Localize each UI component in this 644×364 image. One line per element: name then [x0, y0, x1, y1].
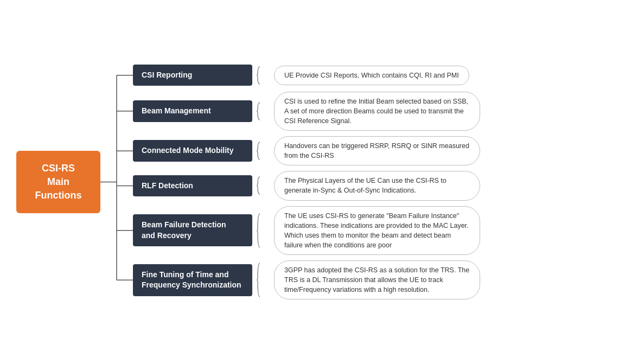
central-node: CSI-RS Main Functions — [16, 151, 100, 214]
brace-beam-management — [253, 100, 273, 122]
brace-rlf-detection — [253, 175, 273, 196]
central-line2: Main Functions — [35, 176, 82, 201]
item-row-fine-tuning: Fine Tuning of Time andFrequency Synchro… — [133, 260, 644, 299]
diagram-container: CSI-RS Main Functions CSI Reporting UE P… — [0, 0, 644, 364]
brace-connected-mode-mobility — [253, 140, 273, 162]
item-label-fine-tuning: Fine Tuning of Time andFrequency Synchro… — [133, 264, 252, 296]
item-label-beam-failure: Beam Failure Detectionand Recovery — [133, 214, 252, 246]
item-desc-beam-failure: The UE uses CSI-RS to generate "Beam Fai… — [274, 206, 480, 256]
item-row-connected-mode-mobility: Connected Mode Mobility Handovers can be… — [133, 136, 644, 165]
brace-csi-reporting — [253, 65, 273, 86]
item-label-csi-reporting: CSI Reporting — [133, 65, 252, 86]
central-line1: CSI-RS — [42, 163, 75, 174]
item-row-rlf-detection: RLF Detection The Physical Layers of the… — [133, 171, 644, 200]
brace-beam-failure — [253, 212, 273, 250]
item-row-csi-reporting: CSI Reporting UE Provide CSI Reports, Wh… — [133, 65, 644, 86]
item-desc-connected-mode-mobility: Handovers can be triggered RSRP, RSRQ or… — [274, 136, 480, 165]
item-desc-beam-management: CSI is used to refine the Initial Beam s… — [274, 92, 480, 131]
item-label-beam-management: Beam Management — [133, 100, 252, 122]
item-label-rlf-detection: RLF Detection — [133, 175, 252, 197]
item-label-connected-mode-mobility: Connected Mode Mobility — [133, 140, 252, 162]
item-desc-fine-tuning: 3GPP has adopted the CSI-RS as a solutio… — [274, 260, 480, 299]
item-desc-csi-reporting: UE Provide CSI Reports, Which contains C… — [274, 66, 469, 85]
brace-fine-tuning — [253, 261, 273, 299]
item-row-beam-management: Beam Management CSI is used to refine th… — [133, 92, 644, 131]
item-desc-rlf-detection: The Physical Layers of the UE Can use th… — [274, 171, 480, 200]
item-row-beam-failure: Beam Failure Detectionand Recovery The U… — [133, 206, 644, 256]
items-container: CSI Reporting UE Provide CSI Reports, Wh… — [133, 65, 644, 300]
